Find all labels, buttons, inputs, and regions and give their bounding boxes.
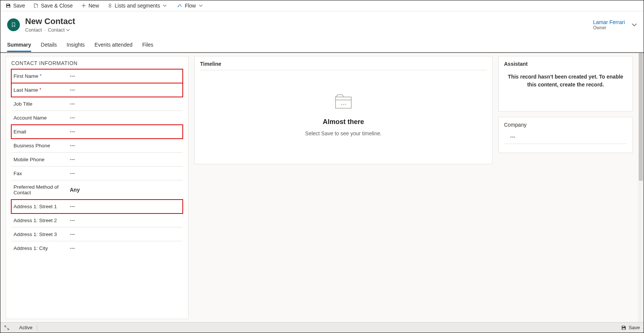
value: ---	[70, 101, 181, 107]
tab-summary[interactable]: Summary	[7, 39, 31, 52]
status-text: Active	[19, 325, 32, 330]
field-email[interactable]: Email ---	[11, 125, 183, 139]
value: ---	[70, 129, 181, 135]
lists-segments-button[interactable]: Lists and segments	[107, 3, 169, 9]
contact-info-section: CONTACT INFORMATION First Name* --- Last…	[6, 56, 188, 319]
entity-label: Contact	[25, 27, 42, 33]
value: ---	[70, 170, 181, 176]
value: ---	[70, 87, 181, 93]
plus-icon	[81, 3, 86, 8]
field-first-name[interactable]: First Name* ---	[11, 69, 183, 83]
expand-button[interactable]	[4, 325, 9, 330]
required-indicator: *	[40, 73, 42, 79]
flow-button[interactable]: Flow	[177, 3, 205, 9]
timeline-empty: Almost there Select Save to see your tim…	[200, 70, 487, 159]
right-column: Assistant This record hasn't been create…	[498, 56, 633, 319]
statusbar-save-label: Save	[629, 325, 640, 330]
assistant-message: This record hasn't been created yet. To …	[504, 73, 627, 89]
chevron-down-icon[interactable]	[632, 22, 637, 27]
owner-block[interactable]: Lamar Ferrari Owner	[593, 19, 625, 30]
status-bar: Active Save	[0, 322, 644, 333]
label: Last Name	[14, 87, 38, 93]
breadcrumb[interactable]: Contact · Contact	[25, 27, 75, 33]
title-block: New Contact Contact · Contact	[25, 17, 75, 33]
timeline-message: Select Save to see your timeline.	[305, 130, 382, 136]
field-account-name[interactable]: Account Name ---	[11, 111, 183, 125]
save-close-icon	[33, 3, 39, 8]
svg-point-0	[178, 6, 179, 7]
tab-files[interactable]: Files	[142, 39, 153, 52]
svg-point-2	[341, 104, 342, 105]
scrollbar-thumb[interactable]	[639, 53, 643, 181]
command-bar: Save Save & Close New Lists and segments…	[0, 0, 644, 11]
value: ---	[70, 231, 181, 237]
section-title: CONTACT INFORMATION	[11, 60, 183, 66]
field-fax[interactable]: Fax ---	[11, 166, 183, 180]
field-business-phone[interactable]: Business Phone ---	[11, 139, 183, 153]
field-address1-city[interactable]: Address 1: City ---	[11, 241, 183, 255]
value: ---	[70, 115, 181, 121]
save-icon	[6, 3, 11, 8]
save-icon	[621, 325, 626, 330]
timeline-heading: Almost there	[323, 118, 364, 126]
svg-point-3	[343, 104, 344, 105]
svg-point-4	[345, 104, 346, 105]
tab-details[interactable]: Details	[41, 39, 57, 52]
company-label: Company	[504, 122, 627, 128]
field-mobile-phone[interactable]: Mobile Phone ---	[11, 153, 183, 166]
scroll-wrap: CONTACT INFORMATION First Name* --- Last…	[0, 53, 638, 322]
svg-rect-1	[336, 97, 351, 108]
owner-role: Owner	[593, 25, 625, 30]
avatar	[7, 18, 20, 31]
field-address1-street1[interactable]: Address 1: Street 1 ---	[11, 200, 183, 213]
label: Mobile Phone	[14, 157, 45, 162]
tabs: Summary Details Insights Events attended…	[0, 36, 644, 52]
save-button[interactable]: Save	[6, 3, 25, 9]
timeline-title: Timeline	[200, 61, 487, 70]
separator: ·	[44, 27, 46, 33]
new-label: New	[89, 3, 99, 9]
save-label: Save	[13, 3, 25, 9]
field-last-name[interactable]: Last Name* ---	[11, 83, 183, 97]
field-address1-street2[interactable]: Address 1: Street 2 ---	[11, 213, 183, 227]
flow-label: Flow	[185, 3, 196, 9]
save-close-label: Save & Close	[41, 3, 73, 9]
lists-segments-label: Lists and segments	[115, 3, 160, 9]
label: First Name	[14, 73, 38, 79]
value: ---	[70, 73, 181, 79]
assistant-title: Assistant	[504, 61, 627, 67]
statusbar-save-button[interactable]: Save	[621, 325, 640, 330]
save-close-button[interactable]: Save & Close	[33, 3, 73, 9]
field-job-title[interactable]: Job Title ---	[11, 97, 183, 111]
main-content: CONTACT INFORMATION First Name* --- Last…	[0, 52, 644, 322]
value: ---	[70, 217, 181, 223]
record-header: New Contact Contact · Contact Lamar Ferr…	[0, 11, 644, 36]
field-preferred-method[interactable]: Preferred Method of Contact Any	[11, 180, 183, 200]
value: Any	[70, 187, 181, 193]
label: Address 1: Street 3	[14, 232, 57, 237]
new-button[interactable]: New	[81, 3, 99, 9]
header-right: Lamar Ferrari Owner	[593, 19, 637, 30]
company-field[interactable]: ---	[504, 132, 627, 144]
field-address1-street3[interactable]: Address 1: Street 3 ---	[11, 227, 183, 241]
label: Business Phone	[14, 143, 50, 148]
page-title: New Contact	[25, 17, 75, 26]
label: Preferred Method of Contact	[14, 184, 70, 195]
flow-icon	[177, 3, 182, 8]
expand-icon	[4, 325, 9, 330]
vertical-scrollbar[interactable]	[638, 53, 644, 322]
required-indicator: *	[39, 87, 41, 92]
label: Address 1: Street 2	[14, 218, 57, 223]
label: Email	[14, 129, 26, 135]
label: Account Name	[14, 115, 47, 121]
label: Address 1: Street 1	[14, 204, 57, 209]
tab-insights[interactable]: Insights	[67, 39, 85, 52]
value: ---	[70, 142, 181, 148]
chevron-down-icon	[199, 4, 203, 8]
owner-name: Lamar Ferrari	[593, 19, 625, 25]
value: ---	[70, 156, 181, 162]
label: Fax	[14, 171, 22, 176]
value: ---	[70, 203, 181, 209]
divider	[37, 325, 37, 331]
tab-events-attended[interactable]: Events attended	[95, 39, 132, 52]
